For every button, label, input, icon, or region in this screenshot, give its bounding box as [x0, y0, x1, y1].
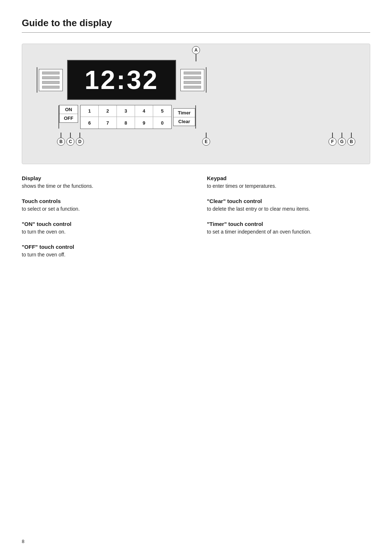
display-desc: shows the time or the functions. — [22, 182, 185, 190]
label-b-left: B — [57, 138, 65, 146]
keypad-row-2: 6 7 8 9 0 — [81, 117, 171, 129]
display-title: Display — [22, 175, 185, 181]
content-left-col: Display shows the time or the functions.… — [22, 175, 185, 267]
content-right-col: Keypad to enter times or temperatures. "… — [207, 175, 370, 267]
touch-controls-desc: to select or set a function. — [22, 205, 185, 213]
page-number: 8 — [22, 539, 24, 544]
key-4[interactable]: 4 — [135, 105, 153, 117]
content-timer-control: "Timer" touch control to set a timer ind… — [207, 221, 370, 236]
off-control-title: "OFF" touch control — [22, 244, 185, 250]
label-d: D — [76, 138, 84, 146]
content-off-control: "OFF" touch control to turn the oven off… — [22, 244, 185, 259]
on-control-title: "ON" touch control — [22, 221, 185, 227]
content-on-control: "ON" touch control to turn the oven on. — [22, 221, 185, 236]
content-keypad: Keypad to enter times or temperatures. — [207, 175, 370, 190]
key-2[interactable]: 2 — [99, 105, 117, 117]
keypad-desc: to enter times or temperatures. — [207, 182, 370, 190]
circle-a: A — [192, 46, 200, 54]
keypad-row-1: 1 2 3 4 5 — [81, 105, 171, 117]
off-button[interactable]: OFF — [60, 114, 78, 122]
content-clear-control: "Clear" touch control to delete the last… — [207, 198, 370, 213]
key-0[interactable]: 0 — [153, 117, 171, 129]
label-f: F — [328, 138, 336, 146]
clear-control-title: "Clear" touch control — [207, 198, 370, 204]
on-button[interactable]: ON — [60, 105, 78, 114]
page-title: Guide to the display — [22, 17, 370, 29]
key-9[interactable]: 9 — [135, 117, 153, 129]
title-divider — [22, 32, 370, 33]
content-touch-controls: Touch controls to select or set a functi… — [22, 198, 185, 213]
on-control-desc: to turn the oven on. — [22, 228, 185, 236]
clear-button[interactable]: Clear — [173, 117, 195, 126]
key-5[interactable]: 5 — [153, 105, 171, 117]
oven-panel: 12:32 — [37, 60, 355, 100]
timer-control-desc: to set a timer independent of an oven fu… — [207, 228, 370, 236]
label-c: C — [66, 138, 74, 146]
clear-control-desc: to delete the last entry or to clear men… — [207, 205, 370, 213]
left-touch-panel — [39, 69, 63, 91]
content-section: Display shows the time or the functions.… — [22, 175, 370, 267]
label-g: G — [338, 138, 346, 146]
controls-row: ON OFF 1 2 3 4 5 6 7 8 9 0 Tim — [58, 105, 355, 129]
timer-control-title: "Timer" touch control — [207, 221, 370, 227]
right-touch-panel — [180, 69, 204, 91]
display-time: 12:32 — [85, 65, 159, 95]
touch-controls-title: Touch controls — [22, 198, 185, 204]
timer-clear-group: Timer Clear — [173, 108, 195, 126]
key-3[interactable]: 3 — [117, 105, 135, 117]
key-8[interactable]: 8 — [117, 117, 135, 129]
keypad-group: 1 2 3 4 5 6 7 8 9 0 — [80, 105, 172, 129]
key-6[interactable]: 6 — [81, 117, 99, 129]
on-off-group: ON OFF — [59, 105, 78, 123]
label-a: A — [192, 46, 200, 61]
display-screen: 12:32 — [67, 60, 176, 100]
label-e: E — [202, 138, 210, 146]
diagram-area: A 12:32 — [22, 44, 370, 164]
timer-button[interactable]: Timer — [173, 109, 195, 117]
off-control-desc: to turn the oven off. — [22, 251, 185, 259]
keypad-title: Keypad — [207, 175, 370, 181]
label-b-right: B — [347, 138, 355, 146]
key-7[interactable]: 7 — [99, 117, 117, 129]
content-display: Display shows the time or the functions. — [22, 175, 185, 190]
key-1[interactable]: 1 — [81, 105, 99, 117]
